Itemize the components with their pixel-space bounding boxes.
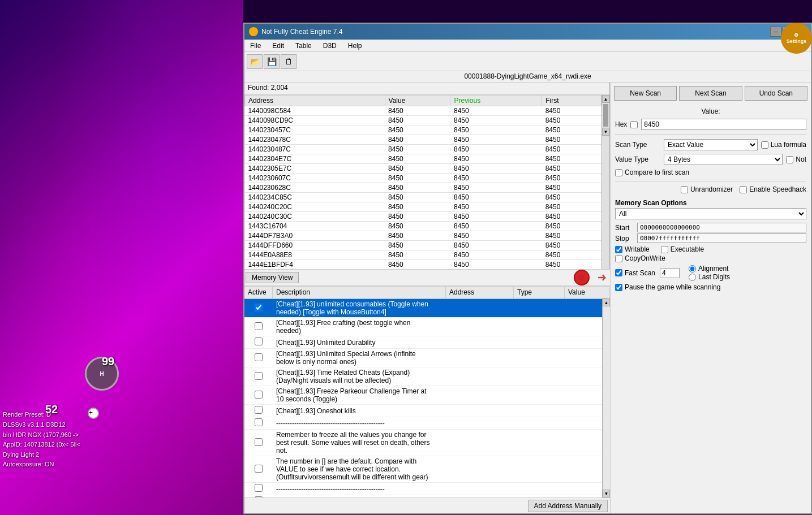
list-item[interactable]: [Cheat][1.93] Time Related Cheats (Expan… <box>244 367 602 386</box>
list-item[interactable]: [Cheat][1.93] Unlimited Durability </td> <box>244 336 602 349</box>
cell-first: 8450 <box>542 222 602 231</box>
table-row[interactable]: 1444DFFD660 8450 8450 8450 <box>245 241 602 250</box>
settings-badge[interactable]: ⚙ Settings <box>781 23 812 54</box>
table-row[interactable]: 1440240C20C 8450 8450 8450 <box>245 202 602 212</box>
cheat-active-checkbox[interactable] <box>255 438 263 446</box>
cheat-active-checkbox[interactable] <box>255 465 263 473</box>
start-input[interactable] <box>637 223 806 232</box>
cheat-list-container[interactable]: [Cheat][1.93] unlimited consumables (Tog… <box>244 298 602 497</box>
minimize-button[interactable]: ─ <box>770 27 781 37</box>
table-row[interactable]: 1443C16704 8450 8450 8450 <box>245 222 602 231</box>
cheat-active-checkbox[interactable] <box>255 418 263 426</box>
fast-scan-row: Fast Scan Alignment Last Digits <box>615 265 806 281</box>
cheat-active-cell <box>244 349 273 367</box>
list-item[interactable]: ----------------------------------------… <box>244 417 602 430</box>
table-row[interactable]: 1440234C85C 8450 8450 8450 <box>245 193 602 202</box>
scan-scrollbar[interactable]: ▲ ▼ <box>602 95 609 269</box>
cow-checkbox[interactable] <box>615 255 622 262</box>
list-item[interactable]: [Cheat][1.93] Free crafting (best toggle… <box>244 318 602 336</box>
pause-game-checkbox[interactable] <box>615 284 622 291</box>
undo-scan-button[interactable]: Undo Scan <box>745 86 807 101</box>
writable-checkbox[interactable] <box>615 246 622 253</box>
scroll-down[interactable]: ▼ <box>602 128 609 136</box>
not-checkbox[interactable] <box>786 156 793 163</box>
list-item[interactable]: [Cheat][1.93] unlimited consumables (Tog… <box>244 299 602 318</box>
cheat-desc-cell: Remember to freeze all the values you ch… <box>273 430 438 456</box>
next-scan-button[interactable]: Next Scan <box>679 86 742 101</box>
alignment-radio[interactable] <box>689 265 696 272</box>
table-row[interactable]: 1440098CD9C 8450 8450 8450 <box>245 116 602 125</box>
scan-mode-radios: Alignment Last Digits <box>689 265 730 281</box>
cheat-active-checkbox[interactable] <box>255 337 263 345</box>
fast-scan-input[interactable] <box>660 268 680 278</box>
cell-first: 8450 <box>542 154 602 164</box>
lua-formula-checkbox[interactable] <box>761 141 768 149</box>
cheat-active-checkbox[interactable] <box>255 353 263 361</box>
menu-file[interactable]: File <box>244 40 267 51</box>
unrandomizer-checkbox[interactable] <box>681 186 688 193</box>
cell-address: 1440230487C <box>245 145 385 154</box>
table-row[interactable]: 1440230628C 8450 8450 8450 <box>245 183 602 193</box>
menu-help[interactable]: Help <box>342 40 368 51</box>
cheat-scroll-down[interactable]: ▼ <box>603 490 610 497</box>
list-item[interactable]: The number in [] are the default. Compar… <box>244 456 602 483</box>
scroll-up[interactable]: ▲ <box>602 95 609 103</box>
cheat-scroll-up[interactable]: ▲ <box>603 298 610 306</box>
last-digits-radio[interactable] <box>689 274 696 281</box>
executable-checkbox[interactable] <box>661 246 668 253</box>
table-row[interactable]: 1440230457C 8450 8450 8450 <box>245 125 602 135</box>
scan-type-select[interactable]: Exact Value <box>664 139 758 150</box>
cheat-active-checkbox[interactable] <box>255 406 263 414</box>
stop-input[interactable] <box>637 233 806 243</box>
list-item[interactable]: [Cheat][1.93] Freeze Parkeour Challenge … <box>244 386 602 405</box>
value-type-select[interactable]: 4 Bytes <box>664 154 783 165</box>
table-row[interactable]: 1440098C584 8450 8450 8450 <box>245 106 602 116</box>
writable-label: Writable <box>625 245 650 253</box>
cheat-active-cell <box>244 405 273 417</box>
hex-checkbox[interactable] <box>630 121 638 128</box>
cheat-active-checkbox[interactable] <box>255 391 263 399</box>
table-row[interactable]: 1440230607C 8450 8450 8450 <box>245 174 602 183</box>
scan-table-container[interactable]: Address Value Previous First 1440098C584… <box>244 95 602 269</box>
cheat-desc-cell: [Cheat][1.93] Unlimited Special Arrows (… <box>273 349 438 367</box>
list-item[interactable]: [Cheat][1.93] Oneshot kills </td> <box>244 405 602 417</box>
cell-previous: 8450 <box>450 145 542 154</box>
open-button[interactable]: 📂 <box>247 54 263 69</box>
red-arrow-icon[interactable] <box>596 271 609 284</box>
table-row[interactable]: 14402305E7C 8450 8450 8450 <box>245 164 602 174</box>
table-row[interactable]: 1444E0A88E8 8450 8450 8450 <box>245 250 602 260</box>
table-row[interactable]: 1444E1BFDF4 8450 8450 8450 <box>245 260 602 270</box>
cheat-active-checkbox[interactable] <box>255 372 263 380</box>
table-row[interactable]: 1440240C30C 8450 8450 8450 <box>245 212 602 222</box>
cell-previous: 8450 <box>450 125 542 135</box>
cheat-active-checkbox[interactable] <box>255 322 263 330</box>
table-row[interactable]: 1444DF7B3A0 8450 8450 8450 <box>245 231 602 241</box>
table-row[interactable]: 1440230478C 8450 8450 8450 <box>245 135 602 145</box>
list-item[interactable]: ----------------------------------------… <box>244 483 602 495</box>
save2-button[interactable]: 🗒 <box>281 54 297 69</box>
save-button[interactable]: 💾 <box>264 54 280 69</box>
table-row[interactable]: 14402304E7C 8450 8450 8450 <box>245 154 602 164</box>
compare-first-checkbox[interactable] <box>615 169 622 176</box>
new-scan-button[interactable]: New Scan <box>614 86 677 101</box>
table-row[interactable]: 1440230487C 8450 8450 8450 <box>245 145 602 154</box>
menu-table[interactable]: Table <box>290 40 317 51</box>
value-input[interactable] <box>641 119 806 130</box>
scroll-thumb[interactable] <box>603 104 608 127</box>
list-item[interactable]: Remember to freeze all the values you ch… <box>244 430 602 456</box>
cheat-active-checkbox[interactable] <box>255 304 263 311</box>
cheat-active-checkbox[interactable] <box>255 484 263 492</box>
speedhack-checkbox[interactable] <box>740 186 747 193</box>
menu-edit[interactable]: Edit <box>267 40 290 51</box>
memory-region-select[interactable]: All <box>615 208 806 219</box>
fast-scan-checkbox[interactable] <box>615 269 622 276</box>
cell-first: 8450 <box>542 193 602 202</box>
list-item[interactable]: [Cheat][1.93] Unlimited Special Arrows (… <box>244 349 602 367</box>
stop-scan-button[interactable] <box>574 270 590 285</box>
add-address-button[interactable]: Add Address Manually <box>528 500 608 512</box>
menu-d3d[interactable]: D3D <box>317 40 342 51</box>
cheat-address-cell <box>438 483 506 495</box>
unrandomizer-label: Unrandomizer <box>690 185 733 193</box>
memory-view-button[interactable]: Memory View <box>246 272 299 283</box>
cheat-scrollbar[interactable]: ▲ ▼ <box>602 298 610 497</box>
